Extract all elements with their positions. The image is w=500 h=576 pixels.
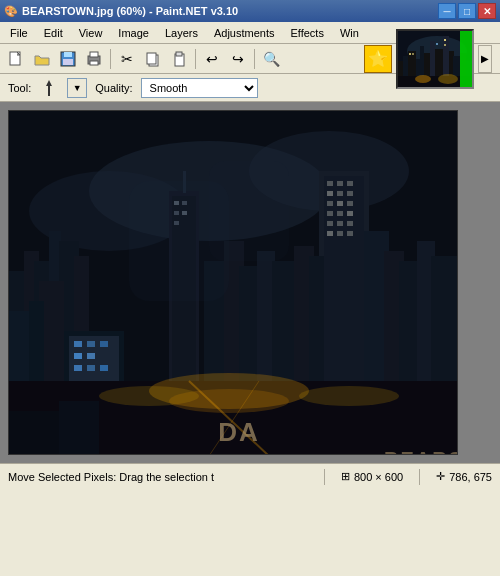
menu-file[interactable]: File	[2, 22, 36, 44]
coord-icon: ✛	[436, 470, 445, 483]
redo-button[interactable]: ↪	[226, 47, 250, 71]
svg-rect-82	[347, 221, 353, 226]
svg-rect-2	[64, 52, 72, 57]
main-layout: DA BEARS BEARS	[0, 102, 500, 463]
svg-rect-50	[74, 341, 82, 347]
svg-rect-77	[327, 211, 333, 216]
svg-rect-83	[327, 231, 333, 236]
svg-rect-8	[147, 53, 156, 64]
svg-rect-31	[436, 43, 438, 45]
menu-view[interactable]: View	[71, 22, 111, 44]
close-button[interactable]: ✕	[478, 3, 496, 19]
svg-point-101	[99, 386, 199, 406]
svg-point-28	[438, 74, 458, 84]
svg-rect-52	[100, 341, 108, 347]
save-button[interactable]	[56, 47, 80, 71]
canvas-area[interactable]: DA BEARS BEARS	[0, 102, 500, 463]
cursor-coordinates: 786, 675	[449, 471, 492, 483]
svg-rect-72	[337, 191, 343, 196]
svg-rect-33	[444, 44, 446, 46]
svg-text:BEARS: BEARS	[195, 449, 282, 455]
app-mini-icon: ⭐	[364, 45, 392, 73]
maximize-button[interactable]: □	[458, 3, 476, 19]
status-bar: Move Selected Pixels: Drag the selection…	[0, 463, 500, 489]
paste-button[interactable]	[167, 47, 191, 71]
open-button[interactable]	[30, 47, 54, 71]
cut-button[interactable]: ✂	[115, 47, 139, 71]
tool-dropdown[interactable]: ▼	[67, 78, 87, 98]
quality-label: Quality:	[95, 82, 132, 94]
svg-rect-81	[337, 221, 343, 226]
svg-rect-106	[59, 401, 99, 455]
menu-layers[interactable]: Layers	[157, 22, 206, 44]
thumbnail-arrow[interactable]: ▶	[478, 45, 492, 73]
menu-adjustments[interactable]: Adjustments	[206, 22, 283, 44]
status-message: Move Selected Pixels: Drag the selection…	[8, 471, 308, 483]
svg-rect-69	[337, 181, 343, 186]
svg-rect-79	[347, 211, 353, 216]
svg-rect-30	[412, 53, 414, 55]
separator-3	[254, 49, 255, 69]
svg-rect-73	[347, 191, 353, 196]
thumbnail-highlight	[460, 31, 472, 87]
main-canvas[interactable]: DA BEARS BEARS	[8, 110, 458, 455]
svg-rect-71	[327, 191, 333, 196]
menu-win[interactable]: Win	[332, 22, 367, 44]
svg-rect-32	[444, 39, 446, 41]
svg-rect-76	[347, 201, 353, 206]
svg-text:BEARS: BEARS	[384, 448, 458, 455]
title-buttons: ─ □ ✕	[438, 3, 496, 19]
menu-effects[interactable]: Effects	[283, 22, 332, 44]
svg-rect-55	[74, 365, 82, 371]
quality-select[interactable]: Smooth Nearest Neighbor Best Bilinear	[141, 78, 258, 98]
copy-button[interactable]	[141, 47, 165, 71]
svg-rect-56	[87, 365, 95, 371]
svg-rect-85	[347, 231, 353, 236]
coordinates-section: ✛ 786, 675	[436, 470, 492, 483]
menu-image[interactable]: Image	[110, 22, 157, 44]
undo-button[interactable]: ↩	[200, 47, 224, 71]
separator-2	[195, 49, 196, 69]
tool-label: Tool:	[8, 82, 31, 94]
print-button[interactable]	[82, 47, 106, 71]
thumbnail-container: ⭐	[364, 29, 492, 89]
dimension-icon: ⊞	[341, 470, 350, 483]
toolbar: ✂ ↩ ↪ 🔍 ⭐	[0, 44, 500, 74]
svg-point-27	[415, 75, 431, 83]
svg-rect-84	[337, 231, 343, 236]
new-button[interactable]	[4, 47, 28, 71]
window-title: BEARSTOWN.jpg (60%) - Paint.NET v3.10	[22, 5, 238, 17]
svg-rect-57	[100, 365, 108, 371]
svg-rect-10	[176, 52, 182, 56]
svg-rect-53	[74, 353, 82, 359]
svg-point-102	[299, 386, 399, 406]
title-bar: 🎨 BEARSTOWN.jpg (60%) - Paint.NET v3.10 …	[0, 0, 500, 22]
menu-edit[interactable]: Edit	[36, 22, 71, 44]
status-divider-1	[324, 469, 325, 485]
zoom-button[interactable]: 🔍	[259, 47, 283, 71]
svg-rect-6	[90, 61, 98, 65]
svg-rect-111	[209, 161, 289, 261]
app-icon: 🎨	[4, 5, 18, 18]
status-divider-2	[419, 469, 420, 485]
svg-rect-54	[87, 353, 95, 359]
svg-rect-5	[90, 52, 98, 57]
svg-rect-75	[337, 201, 343, 206]
svg-text:DA: DA	[218, 417, 260, 447]
svg-rect-74	[327, 201, 333, 206]
canvas-dimensions: 800 × 600	[354, 471, 403, 483]
thumbnail	[396, 29, 474, 89]
svg-rect-78	[337, 211, 343, 216]
svg-rect-51	[87, 341, 95, 347]
svg-marker-34	[46, 80, 52, 96]
svg-rect-80	[327, 221, 333, 226]
dimensions-section: ⊞ 800 × 600	[341, 470, 403, 483]
svg-rect-70	[347, 181, 353, 186]
svg-rect-3	[63, 59, 73, 65]
title-bar-left: 🎨 BEARSTOWN.jpg (60%) - Paint.NET v3.10	[4, 5, 238, 18]
svg-rect-68	[327, 181, 333, 186]
move-tool-icon	[39, 78, 59, 98]
svg-rect-29	[409, 53, 411, 55]
minimize-button[interactable]: ─	[438, 3, 456, 19]
thumbnail-nav: ▶	[478, 45, 492, 73]
